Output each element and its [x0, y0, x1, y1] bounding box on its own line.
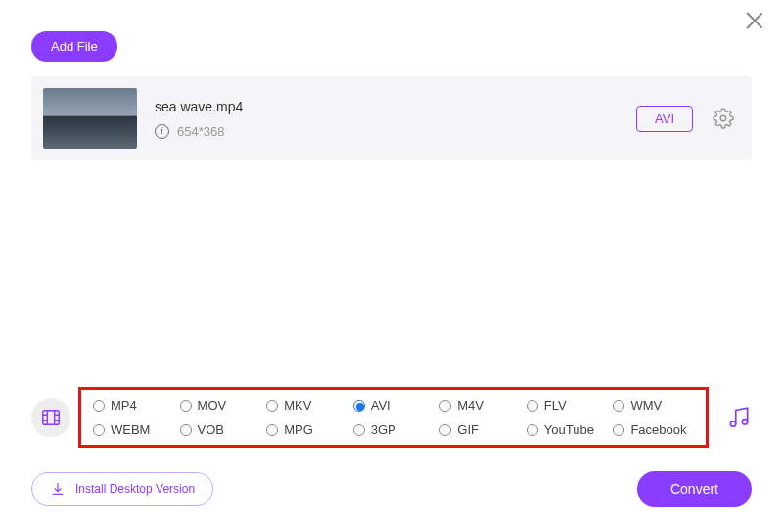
format-option-facebook[interactable]: Facebook	[613, 422, 694, 437]
svg-point-8	[730, 421, 735, 426]
format-option-label: Facebook	[630, 422, 686, 437]
format-option-vob[interactable]: VOB	[180, 422, 261, 437]
video-thumbnail[interactable]	[43, 88, 137, 149]
add-file-button[interactable]: Add File	[31, 31, 117, 62]
close-icon[interactable]	[744, 10, 765, 31]
format-option-mov[interactable]: MOV	[180, 398, 261, 413]
file-name-label: sea wave.mp4	[155, 99, 243, 114]
format-option-label: M4V	[457, 398, 484, 413]
format-option-mp4[interactable]: MP4	[93, 398, 174, 413]
format-option-label: AVI	[371, 398, 391, 413]
format-option-wmv[interactable]: WMV	[613, 398, 694, 413]
format-option-3gp[interactable]: 3GP	[353, 422, 435, 437]
file-format-button[interactable]: AVI	[636, 106, 693, 132]
radio-icon	[527, 424, 538, 436]
install-desktop-label: Install Desktop Version	[75, 482, 195, 496]
convert-button[interactable]: Convert	[637, 471, 752, 507]
file-dimensions-label: 654*368	[177, 124, 224, 139]
format-option-label: WEBM	[111, 422, 150, 437]
format-panel: MP4MOVMKVAVIM4VFLVWMVWEBMVOBMPG3GPGIFYou…	[31, 387, 752, 448]
format-option-mkv[interactable]: MKV	[266, 398, 347, 413]
bottom-bar: Install Desktop Version Convert	[31, 471, 752, 507]
format-option-webm[interactable]: WEBM	[93, 422, 174, 437]
format-option-label: FLV	[544, 398, 567, 413]
format-option-label: WMV	[630, 398, 662, 413]
file-meta: sea wave.mp4 i 654*368	[155, 99, 243, 139]
format-option-flv[interactable]: FLV	[527, 398, 608, 413]
svg-point-9	[742, 420, 747, 424]
radio-icon	[613, 424, 624, 436]
format-option-label: GIF	[457, 422, 479, 437]
format-option-mpg[interactable]: MPG	[266, 422, 347, 437]
format-option-label: MOV	[198, 398, 227, 413]
format-option-avi[interactable]: AVI	[353, 398, 435, 413]
format-option-youtube[interactable]: YouTube	[527, 422, 608, 437]
format-option-label: YouTube	[544, 422, 594, 437]
format-option-label: VOB	[198, 422, 224, 437]
format-option-gif[interactable]: GIF	[439, 422, 521, 437]
info-icon[interactable]: i	[155, 124, 169, 139]
radio-icon	[613, 400, 624, 412]
format-grid-highlight: MP4MOVMKVAVIM4VFLVWMVWEBMVOBMPG3GPGIFYou…	[78, 387, 709, 448]
radio-icon	[266, 400, 278, 412]
format-option-m4v[interactable]: M4V	[439, 398, 521, 413]
install-desktop-button[interactable]: Install Desktop Version	[31, 472, 213, 506]
radio-icon	[266, 424, 278, 436]
radio-icon	[93, 400, 105, 412]
radio-icon	[439, 424, 451, 436]
file-row: sea wave.mp4 i 654*368 AVI	[31, 76, 752, 160]
format-option-label: MKV	[284, 398, 311, 413]
radio-icon	[180, 424, 192, 436]
film-icon[interactable]	[31, 398, 70, 437]
radio-icon	[439, 400, 451, 412]
download-icon	[50, 481, 66, 497]
radio-icon	[353, 424, 365, 436]
radio-icon	[527, 400, 538, 412]
format-option-label: 3GP	[371, 422, 396, 437]
music-icon[interactable]	[726, 405, 752, 430]
format-option-label: MPG	[284, 422, 313, 437]
gear-icon[interactable]	[713, 108, 734, 129]
format-option-label: MP4	[111, 398, 137, 413]
svg-point-0	[720, 115, 726, 121]
svg-rect-1	[43, 411, 60, 425]
radio-icon	[180, 400, 192, 412]
radio-icon	[93, 424, 105, 436]
radio-icon	[353, 400, 365, 412]
